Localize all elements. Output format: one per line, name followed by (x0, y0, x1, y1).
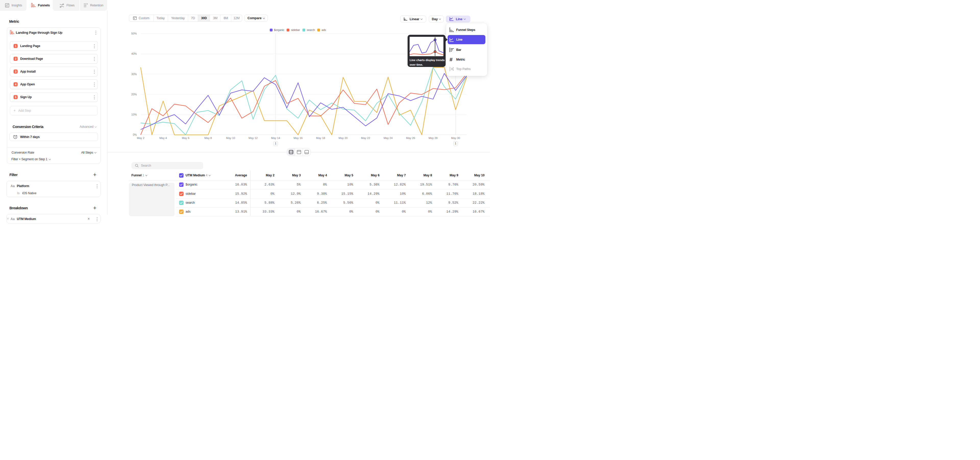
svg-text:May 22: May 22 (361, 136, 370, 139)
svg-text:May 26: May 26 (406, 136, 415, 139)
svg-text:May 14: May 14 (271, 136, 280, 139)
svg-text:1: 1 (455, 142, 456, 145)
svg-text:May 28: May 28 (428, 136, 438, 139)
svg-text:May 30: May 30 (451, 136, 460, 139)
svg-text:May 4: May 4 (159, 136, 167, 139)
svg-text:40%: 40% (131, 52, 137, 55)
svg-text:May 24: May 24 (383, 136, 393, 139)
svg-text:May 8: May 8 (204, 136, 212, 139)
svg-text:0%: 0% (133, 133, 137, 136)
svg-text:May 20: May 20 (339, 136, 348, 139)
svg-text:May 6: May 6 (182, 136, 189, 139)
svg-text:May 12: May 12 (248, 136, 258, 139)
svg-text:May 2: May 2 (137, 136, 144, 139)
svg-text:50%: 50% (131, 32, 137, 35)
svg-text:30%: 30% (131, 73, 137, 76)
svg-text:May 16: May 16 (293, 136, 302, 139)
svg-text:May 10: May 10 (226, 136, 235, 139)
svg-text:May 18: May 18 (316, 136, 325, 139)
svg-text:1: 1 (275, 142, 277, 145)
svg-text:20%: 20% (131, 93, 137, 96)
svg-text:10%: 10% (131, 113, 137, 116)
